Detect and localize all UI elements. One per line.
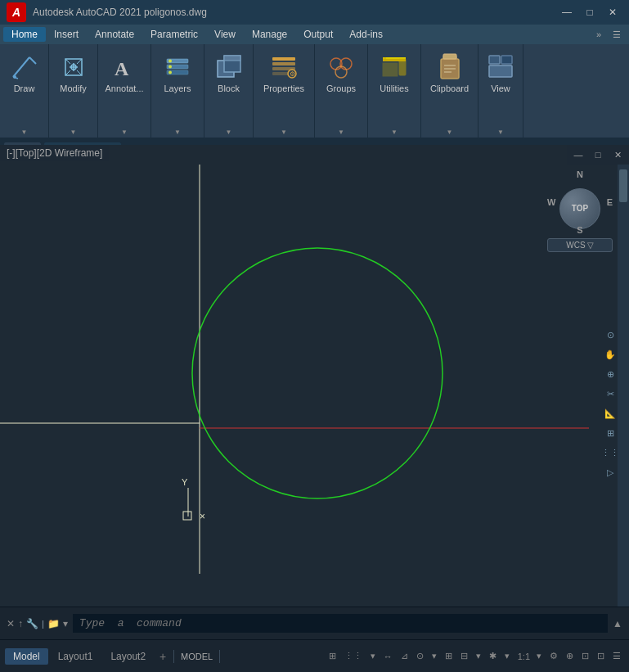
status-select-btn[interactable]: ▾ [501, 649, 513, 663]
svg-text:A: A [115, 58, 129, 79]
status-annomonitor-btn[interactable]: ⊡ [594, 649, 608, 663]
menu-item-manage[interactable]: Manage [244, 27, 295, 42]
snap-tool-btn[interactable]: ⊞ [604, 426, 617, 440]
minimize-button[interactable]: — [557, 4, 577, 20]
status-settings-btn[interactable]: ⚙ [546, 649, 561, 663]
layout-tab-layout1[interactable]: Layout1 [50, 648, 101, 665]
nav-cube: N S E W TOP WCS ▽ [547, 169, 613, 276]
view-button[interactable]: View [481, 49, 520, 97]
ribbon-group-properties: ⚙ Properties ▼ [254, 44, 315, 138]
annotate-chevron[interactable]: ▼ [121, 129, 128, 136]
menu-item-parametric[interactable]: Parametric [142, 27, 206, 42]
status-scale-value[interactable]: 1:1 [514, 650, 533, 663]
pan-tool-btn[interactable]: ✋ [604, 348, 617, 361]
stereo-tool-btn[interactable]: ▷ [604, 466, 617, 479]
status-lineweight-btn[interactable]: ▾ [473, 649, 484, 663]
grid-tool-btn[interactable]: ⋮⋮ [604, 446, 617, 459]
cmd-expand-btn[interactable]: ▲ [613, 618, 622, 629]
properties-icon: ⚙ [269, 52, 299, 82]
status-workspace-btn[interactable]: ⊡ [578, 649, 592, 663]
block-button[interactable]: Block [209, 49, 249, 97]
modify-label: Modify [60, 83, 86, 93]
ribbon-group-clipboard-items: Clipboard [425, 47, 474, 127]
svg-text:×: × [200, 511, 205, 522]
annotate-label: Annotat... [105, 83, 143, 93]
close-button[interactable]: ✕ [603, 4, 622, 20]
clipboard-button[interactable]: Clipboard [425, 49, 474, 97]
layout-add-btn[interactable]: + [155, 649, 170, 664]
menu-icon-btn[interactable]: ☰ [608, 28, 626, 42]
status-scale-chevron[interactable]: ▾ [533, 649, 545, 663]
properties-chevron[interactable]: ▼ [281, 129, 287, 136]
maximize-button[interactable]: □ [580, 4, 600, 20]
block-chevron[interactable]: ▼ [226, 129, 232, 136]
status-3dosnap-btn[interactable]: ⊟ [457, 649, 471, 663]
modify-button[interactable]: Modify [54, 49, 93, 97]
groups-chevron[interactable]: ▼ [338, 129, 344, 136]
menu-item-home[interactable]: Home [3, 27, 46, 42]
clipboard-chevron[interactable]: ▼ [447, 129, 453, 136]
groups-button[interactable]: Groups [321, 49, 361, 97]
clipboard-footer: ▼ [423, 127, 476, 138]
status-otrack-btn[interactable]: ⊞ [442, 649, 456, 663]
svg-rect-14 [224, 56, 240, 61]
status-grid-btn[interactable]: ⊞ [326, 649, 339, 663]
v-scrollbar-thumb[interactable] [619, 169, 627, 202]
view-chevron[interactable]: ▼ [497, 129, 504, 136]
menu-bar: Home Insert Annotate Parametric View Man… [0, 25, 629, 44]
nav-cube-top[interactable]: TOP [559, 188, 600, 229]
cmd-icons: ✕ ↑ 🔧 | 📁 ▾ [7, 618, 68, 629]
zoom-tool-btn[interactable]: ⊕ [604, 368, 617, 381]
menu-overflow-btn[interactable]: » [591, 28, 606, 41]
layout-tab-layout2[interactable]: Layout2 [102, 648, 154, 665]
title-left: A Autodesk AutoCAD 2021 poligonos.dwg [7, 2, 207, 22]
measure-tool-btn[interactable]: 📐 [604, 407, 617, 420]
status-snap-btn[interactable]: ⋮⋮ [341, 649, 366, 663]
ribbon-group-layers-items: Layers [158, 47, 197, 127]
layers-chevron[interactable]: ▼ [174, 129, 181, 136]
menu-item-output[interactable]: Output [295, 27, 341, 42]
draw-icon [10, 52, 39, 82]
groups-icon [326, 52, 356, 82]
viewport-controls: — □ ✕ [567, 145, 629, 165]
orbit-tool-btn[interactable]: ⊙ [604, 328, 617, 341]
v-scrollbar[interactable] [618, 165, 629, 607]
layers-button[interactable]: Layers [158, 49, 197, 97]
status-add-btn[interactable]: ⊕ [563, 649, 577, 663]
command-input[interactable] [73, 614, 608, 633]
menu-item-addins[interactable]: Add-ins [341, 27, 391, 42]
utilities-chevron[interactable]: ▼ [391, 129, 398, 136]
cmd-settings-icon[interactable]: ✕ [7, 618, 15, 629]
annotate-button[interactable]: A Annotat... [100, 49, 148, 97]
status-osnap-btn[interactable]: ⊙ [413, 649, 427, 663]
cmd-chevron-icon[interactable]: ▾ [63, 618, 68, 629]
svg-line-1 [29, 57, 36, 64]
cmd-tool-icon[interactable]: 🔧 [26, 618, 38, 629]
status-ortho-btn[interactable]: ↔ [380, 650, 396, 663]
menu-item-annotate[interactable]: Annotate [87, 27, 142, 42]
viewport-minimize-btn[interactable]: — [570, 147, 586, 162]
viewport-close-btn[interactable]: ✕ [609, 147, 626, 162]
menu-item-view[interactable]: View [206, 27, 244, 42]
viewport[interactable]: [-][Top][2D Wireframe] — □ ✕ [0, 145, 629, 607]
status-transparency-btn[interactable]: ✱ [486, 649, 500, 663]
status-menu-btn[interactable]: ☰ [609, 649, 624, 663]
compass-south: S [577, 225, 582, 235]
status-snap-chevron[interactable]: ▾ [367, 649, 379, 663]
viewport-restore-btn[interactable]: □ [590, 147, 606, 162]
status-osnap-chevron[interactable]: ▾ [429, 649, 440, 663]
cmd-up-icon[interactable]: ↑ [18, 618, 23, 629]
draw-button[interactable]: Draw [5, 49, 44, 97]
status-polar-btn[interactable]: ⊿ [398, 649, 411, 663]
layout-tab-model[interactable]: Model [5, 648, 48, 665]
command-line: ✕ ↑ 🔧 | 📁 ▾ ▲ [0, 607, 629, 639]
cmd-folder-icon[interactable]: 📁 [47, 618, 60, 629]
menu-item-insert[interactable]: Insert [46, 27, 87, 42]
utilities-button[interactable]: Utilities [375, 49, 414, 97]
section-tool-btn[interactable]: ✂ [604, 387, 617, 400]
ribbon-group-groups: Groups ▼ [315, 44, 368, 138]
wcs-label[interactable]: WCS ▽ [547, 238, 613, 252]
modify-chevron[interactable]: ▼ [70, 129, 77, 136]
properties-button[interactable]: ⚙ Properties [258, 49, 309, 97]
draw-chevron[interactable]: ▼ [21, 129, 28, 136]
